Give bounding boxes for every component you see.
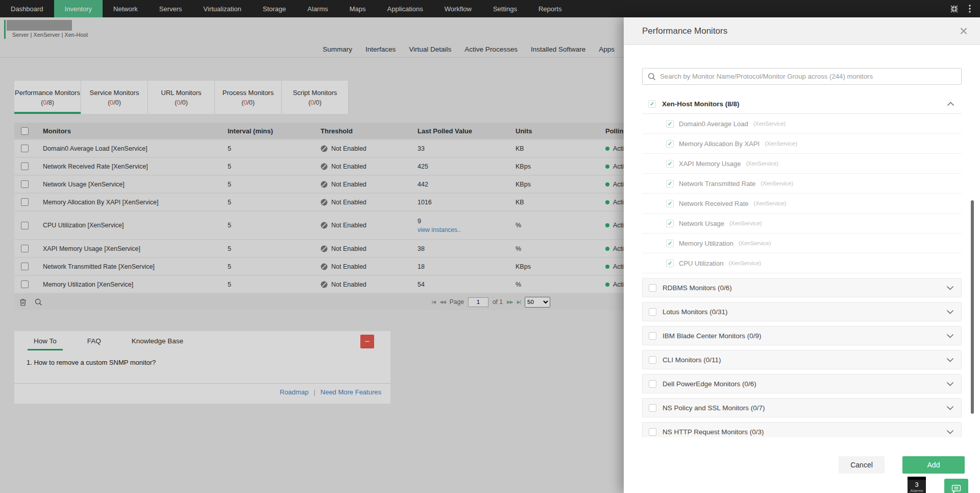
monitor-item[interactable]: ✓Network Transmitted Rate(XenService) [642,174,962,194]
monitor-group-ns-policy-and-ssl-monitors-0-7[interactable]: NS Policy and SSL Monitors (0/7) [642,398,962,417]
group-checkbox[interactable] [649,332,656,340]
chevron-down-icon[interactable] [946,430,954,434]
add-button[interactable]: Add [902,456,965,474]
chevron-down-icon[interactable] [946,382,954,386]
group-checkbox[interactable] [649,284,656,292]
item-protocol: (XenService) [728,260,761,266]
item-label: Network Received Rate [679,200,749,207]
item-protocol: (XenService) [729,220,762,226]
group-checkbox[interactable]: ✓ [648,100,656,108]
monitor-group-cli-monitors-0-11[interactable]: CLI Monitors (0/11) [642,350,962,369]
monitor-search-input[interactable] [660,73,956,80]
group-title: RDBMS Monitors (0/6) [663,284,732,292]
group-title: NS Policy and SSL Monitors (0/7) [663,404,765,412]
group-title: Lotus Monitors (0/31) [663,308,728,316]
group-checkbox[interactable] [649,404,656,412]
item-label: Memory Allocation By XAPI [679,140,760,148]
chevron-up-icon[interactable] [947,102,954,106]
alarms-label: Alarms [911,488,923,493]
item-protocol: (XenService) [761,180,793,186]
group-title: Xen-Host Monitors (8/8) [662,100,740,108]
group-checkbox[interactable] [649,380,656,388]
item-label: Domain0 Average Load [679,120,748,128]
cancel-button[interactable]: Cancel [839,456,885,474]
item-checkbox[interactable]: ✓ [666,220,674,227]
chat-button[interactable] [944,479,968,493]
item-checkbox[interactable]: ✓ [666,240,674,247]
group-title: NS HTTP Request Monitors (0/3) [663,428,764,436]
monitor-item[interactable]: ✓XAPI Memory Usage(XenService) [642,154,962,174]
close-button[interactable]: × [960,24,968,38]
item-label: Network Usage [679,220,724,227]
monitor-group-header[interactable]: ✓Xen-Host Monitors (8/8) [642,95,962,114]
alarms-count: 3 [915,481,918,488]
item-protocol: (XenService) [754,200,787,206]
group-title: IBM Blade Center Monitors (0/9) [663,332,762,340]
item-label: XAPI Memory Usage [679,160,741,168]
performance-monitors-panel: Performance Monitors × ✓Xen-Host Monitor… [624,17,980,493]
monitor-search [642,68,962,85]
chevron-down-icon[interactable] [946,358,954,362]
monitor-group-list: ✓Xen-Host Monitors (8/8)✓Domain0 Average… [642,95,962,437]
item-protocol: (XenService) [746,160,778,167]
item-checkbox[interactable]: ✓ [666,200,674,207]
monitor-group-rdbms-monitors-0-6[interactable]: RDBMS Monitors (0/6) [642,278,962,297]
chevron-down-icon[interactable] [946,310,954,314]
panel-scrollbar-thumb[interactable] [971,200,974,414]
item-label: CPU Utilization [679,260,723,267]
alarms-badge[interactable]: 3 Alarms [908,477,926,493]
monitor-group-xen-host-monitors-8-8: ✓Xen-Host Monitors (8/8)✓Domain0 Average… [642,95,962,273]
group-checkbox[interactable] [649,308,656,316]
monitor-item[interactable]: ✓Memory Utilization(XenService) [642,233,962,253]
item-checkbox[interactable]: ✓ [666,120,674,128]
monitor-item[interactable]: ✓Memory Allocation By XAPI(XenService) [642,134,962,154]
group-title: CLI Monitors (0/11) [663,356,721,364]
group-title: Dell PowerEdge Monitors (0/6) [663,380,756,388]
item-checkbox[interactable]: ✓ [666,260,674,267]
item-protocol: (XenService) [739,240,771,246]
monitor-item[interactable]: ✓Domain0 Average Load(XenService) [642,114,962,134]
monitor-group-ns-http-request-monitors-0-3[interactable]: NS HTTP Request Monitors (0/3) [642,422,962,437]
chat-icon [950,484,963,493]
chevron-down-icon[interactable] [946,406,954,410]
close-icon: × [960,23,968,39]
item-checkbox[interactable]: ✓ [666,160,674,168]
monitor-group-lotus-monitors-0-31[interactable]: Lotus Monitors (0/31) [642,302,962,321]
monitor-item[interactable]: ✓Network Received Rate(XenService) [642,194,962,214]
chevron-down-icon[interactable] [946,334,954,338]
search-icon [648,73,656,81]
monitor-group-dell-poweredge-monitors-0-6[interactable]: Dell PowerEdge Monitors (0/6) [642,374,962,393]
monitor-item[interactable]: ✓Network Usage(XenService) [642,214,962,233]
chevron-down-icon[interactable] [946,286,954,290]
item-label: Memory Utilization [679,240,733,247]
panel-title: Performance Monitors [642,26,727,36]
group-checkbox[interactable] [649,428,656,436]
item-checkbox[interactable]: ✓ [666,180,674,187]
screen: DashboardInventoryNetworkServersVirtuali… [0,0,980,493]
item-protocol: (XenService) [753,121,786,127]
group-checkbox[interactable] [649,356,656,364]
monitor-item[interactable]: ✓CPU Utilization(XenService) [642,253,962,273]
item-label: Network Transmitted Rate [679,180,755,187]
item-checkbox[interactable]: ✓ [666,140,674,148]
monitor-group-ibm-blade-center-monitors-0-9[interactable]: IBM Blade Center Monitors (0/9) [642,326,962,345]
item-protocol: (XenService) [765,140,797,147]
panel-header: Performance Monitors × [624,17,980,45]
